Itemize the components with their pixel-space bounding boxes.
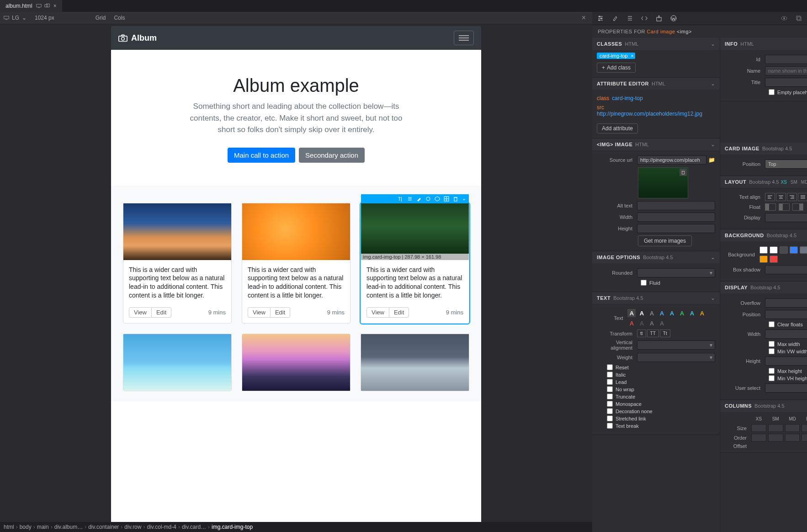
- card-selected[interactable]: T| ⌄ img.card-im: [361, 203, 469, 324]
- weight-select[interactable]: [637, 353, 715, 362]
- edit-button[interactable]: Edit: [271, 307, 290, 318]
- crumb[interactable]: div.album…: [54, 524, 83, 530]
- list-icon[interactable]: [626, 15, 633, 22]
- display-section-header[interactable]: DISPLAY Bootstrap 4.5 ⌄: [720, 282, 807, 293]
- color-A[interactable]: A: [648, 309, 656, 317]
- text-opt-checkbox[interactable]: [607, 364, 613, 370]
- col-input[interactable]: [768, 434, 783, 442]
- color-A[interactable]: A: [698, 309, 706, 317]
- layout-section-header[interactable]: LAYOUT Bootstrap 4.5 XS SM MD LG XL ⌄: [720, 176, 807, 188]
- view-button[interactable]: View: [129, 307, 152, 318]
- crumb[interactable]: body: [20, 524, 32, 530]
- canvas[interactable]: Album Album example Something short and …: [111, 26, 481, 522]
- bg-swatch[interactable]: [759, 255, 768, 263]
- display-select[interactable]: [765, 213, 807, 222]
- columns-section-header[interactable]: COLUMNS Bootstrap 4.5 ⌄: [720, 400, 807, 412]
- card[interactable]: [361, 334, 469, 391]
- card[interactable]: [123, 334, 232, 391]
- grid-toggle[interactable]: Grid: [96, 15, 106, 21]
- text-opt-checkbox[interactable]: [607, 386, 613, 392]
- remove-chip-icon[interactable]: ×: [631, 53, 633, 59]
- bg-swatch[interactable]: [780, 246, 788, 254]
- eye-icon[interactable]: [780, 15, 788, 22]
- file-tab[interactable]: album.html ×: [0, 0, 62, 12]
- col-input[interactable]: [751, 434, 766, 442]
- text-opt-checkbox[interactable]: [607, 379, 613, 385]
- color-A[interactable]: A: [627, 319, 636, 327]
- attr-row[interactable]: classcard-img-top: [597, 95, 715, 101]
- text-section-header[interactable]: TEXT Bootstrap 4.5 ⌄: [592, 292, 720, 304]
- card[interactable]: [242, 334, 350, 391]
- float-left-button[interactable]: [779, 203, 790, 211]
- max-width-checkbox[interactable]: [769, 341, 775, 347]
- name-input[interactable]: [765, 66, 807, 75]
- source-url-input[interactable]: [637, 155, 706, 165]
- text-tool-icon[interactable]: T|: [398, 196, 404, 202]
- folder-icon[interactable]: 📁: [708, 157, 715, 163]
- card-image-selected[interactable]: img.card-img-top | 287.98 × 161.98: [361, 203, 469, 260]
- wordpress-icon[interactable]: [670, 15, 677, 22]
- size-xs[interactable]: XS: [781, 180, 787, 185]
- position-select[interactable]: [765, 310, 807, 319]
- attr-row[interactable]: srchttp://pinegrow.com/placeholders/img1…: [597, 104, 715, 117]
- grid-icon[interactable]: [444, 196, 449, 202]
- crumb[interactable]: html: [4, 524, 14, 530]
- align-right-button[interactable]: [787, 193, 797, 201]
- color-A[interactable]: A: [648, 319, 656, 327]
- bg-swatch[interactable]: [790, 246, 798, 254]
- transform-upper-button[interactable]: TT: [647, 330, 659, 337]
- text-opt-checkbox[interactable]: [607, 423, 613, 429]
- bg-swatch[interactable]: [759, 246, 768, 254]
- position-select[interactable]: Top: [765, 160, 807, 169]
- col-input[interactable]: [802, 434, 807, 442]
- size-md[interactable]: MD: [801, 180, 807, 185]
- brush-icon[interactable]: [611, 15, 619, 22]
- get-more-images-button[interactable]: Get more images: [638, 235, 692, 246]
- class-chip[interactable]: card-img-top×: [597, 53, 635, 59]
- user-select-select[interactable]: [765, 383, 807, 393]
- rounded-select[interactable]: [637, 268, 715, 277]
- crumb[interactable]: main: [37, 524, 49, 530]
- color-A[interactable]: A: [688, 309, 696, 317]
- crumb[interactable]: div.card…: [182, 524, 206, 530]
- fluid-checkbox[interactable]: [641, 280, 647, 286]
- edit-button[interactable]: Edit: [152, 307, 171, 318]
- tab-close-icon[interactable]: ×: [53, 3, 57, 9]
- crumb[interactable]: div.row: [124, 524, 141, 530]
- attr-editor-header[interactable]: ATTRIBUTE EDITOR HTML ⌄: [592, 78, 720, 90]
- bg-swatch[interactable]: [770, 255, 778, 263]
- card[interactable]: This is a wider card with supporting tex…: [123, 203, 232, 324]
- add-attribute-button[interactable]: Add attribute: [597, 123, 638, 133]
- transform-capitalize-button[interactable]: Tt: [660, 330, 670, 337]
- color-A[interactable]: A: [678, 309, 686, 317]
- height-input[interactable]: [637, 224, 715, 233]
- card[interactable]: This is a wider card with supporting tex…: [242, 203, 350, 324]
- text-opt-checkbox[interactable]: [607, 394, 613, 399]
- min-vw-checkbox[interactable]: [769, 348, 775, 354]
- height-select[interactable]: [765, 356, 807, 366]
- col-input[interactable]: [768, 424, 783, 432]
- crumb[interactable]: div.container: [88, 524, 119, 530]
- col-input[interactable]: [785, 434, 800, 442]
- code-icon[interactable]: [641, 15, 648, 22]
- width-select[interactable]: [765, 330, 807, 339]
- float-none-button[interactable]: [765, 203, 776, 211]
- add-class-button[interactable]: + Add class: [597, 63, 636, 73]
- image-options-header[interactable]: IMAGE OPTIONS Bootstrap 4.5 ⌄: [592, 251, 720, 263]
- background-section-header[interactable]: BACKGROUND Bootstrap 4.5 ⌄: [720, 229, 807, 241]
- text-opt-checkbox[interactable]: [607, 401, 613, 407]
- col-input[interactable]: [785, 424, 800, 432]
- card-image[interactable]: [242, 334, 350, 391]
- overflow-select[interactable]: [765, 298, 807, 308]
- selection-toolbar[interactable]: T| ⌄: [361, 194, 469, 203]
- col-input[interactable]: [751, 424, 766, 432]
- clear-floats-checkbox[interactable]: [769, 321, 775, 327]
- title-input[interactable]: [765, 78, 807, 87]
- hexagon-icon[interactable]: [435, 196, 440, 202]
- export-icon[interactable]: [655, 15, 663, 22]
- alt-text-input[interactable]: [637, 201, 715, 210]
- color-A[interactable]: A: [637, 309, 646, 317]
- trash-icon[interactable]: [453, 196, 458, 202]
- primary-cta-button[interactable]: Main call to action: [228, 148, 295, 163]
- size-sm[interactable]: SM: [791, 180, 797, 185]
